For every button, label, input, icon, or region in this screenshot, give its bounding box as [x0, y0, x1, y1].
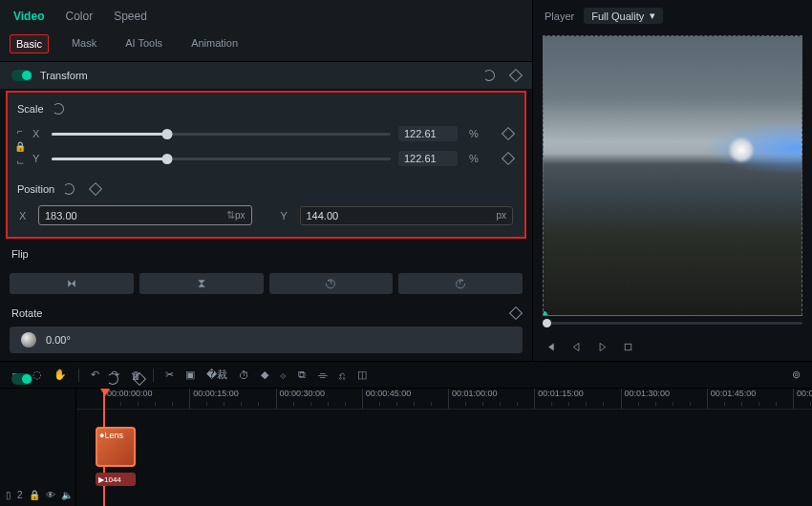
- position-inputs-row: X 183.00 ⇅ px Y 144.00 px: [13, 201, 519, 229]
- scale-y-axis-label: Y: [32, 153, 44, 164]
- lock-track-icon[interactable]: 🔒: [29, 490, 40, 500]
- link-top-icon[interactable]: ⌐: [17, 126, 23, 137]
- layer-icon: ▯: [6, 490, 11, 500]
- timeline-track-headers: ▯ 2 🔒 👁 🔈: [0, 389, 76, 506]
- flip-h-icon: [66, 278, 77, 289]
- ruler-tick: 00:01:00:00: [448, 389, 498, 409]
- track-count: 2: [17, 490, 23, 500]
- position-x-value: 183.00: [45, 210, 226, 221]
- crop-icon[interactable]: ▣: [185, 369, 195, 381]
- clip-lens-label: Lens: [104, 431, 123, 440]
- transform-title: Transform: [40, 70, 88, 81]
- rotate-ccw-button[interactable]: [269, 273, 394, 294]
- inspector-sub-tabs: Basic Mask AI Tools Animation: [0, 27, 532, 62]
- timeline-settings-icon[interactable]: ⊚: [792, 369, 801, 381]
- flip-buttons: [0, 267, 532, 300]
- position-x-unit: px: [235, 210, 246, 221]
- tab-color[interactable]: Color: [65, 10, 93, 23]
- tool-e-icon[interactable]: ◫: [357, 369, 367, 381]
- marker-icon[interactable]: ◆: [261, 369, 268, 381]
- scale-y-value[interactable]: 122.61: [398, 151, 458, 166]
- cut-icon[interactable]: ✂: [165, 369, 174, 381]
- play-back-button[interactable]: [570, 341, 583, 353]
- position-x-input[interactable]: 183.00 ⇅ px: [38, 205, 252, 225]
- clip-1044[interactable]: ▶ 1044: [96, 473, 136, 486]
- tool-c-icon[interactable]: ⌯: [317, 369, 328, 381]
- ruler-tick: 00:00:00:00: [103, 389, 153, 409]
- transform-toggle[interactable]: [11, 70, 32, 81]
- timeline-tracks[interactable]: 00:00:00:0000:00:15:0000:00:30:0000:00:4…: [76, 389, 812, 506]
- flip-vertical-button[interactable]: [139, 273, 264, 294]
- stepper-icon[interactable]: ⇅: [226, 209, 235, 221]
- rotate-keyframe-icon[interactable]: [503, 305, 521, 322]
- transform-keyframe-icon[interactable]: [503, 67, 521, 84]
- scale-header: Scale: [13, 96, 519, 121]
- player-scrubber[interactable]: [543, 322, 802, 331]
- quality-value: Full Quality: [591, 11, 644, 22]
- position-y-axis-label: Y: [281, 210, 292, 221]
- player-header: Player Full Quality ▾: [533, 0, 812, 32]
- scale-x-value[interactable]: 122.61: [398, 126, 458, 141]
- play-button[interactable]: [596, 341, 609, 353]
- clip-lens[interactable]: ● Lens: [96, 427, 136, 467]
- position-y-input[interactable]: 144.00 px: [300, 206, 514, 225]
- position-reset-icon[interactable]: [60, 180, 77, 198]
- tool-d-icon[interactable]: ⎌: [339, 369, 346, 381]
- mute-icon[interactable]: 🔈: [61, 490, 73, 500]
- scale-y-keyframe-icon[interactable]: [496, 150, 513, 167]
- subtab-basic[interactable]: Basic: [10, 34, 49, 53]
- position-y-unit: px: [496, 210, 506, 221]
- rotate-knob[interactable]: [21, 332, 36, 348]
- video-preview[interactable]: [543, 35, 802, 316]
- rotate-control[interactable]: 0.00°: [10, 327, 523, 353]
- trim-icon[interactable]: �裁: [206, 368, 227, 382]
- timeline-ruler[interactable]: 00:00:00:0000:00:15:0000:00:30:0000:00:4…: [76, 389, 812, 410]
- link-bottom-icon[interactable]: ⌙: [16, 157, 24, 167]
- ruler-tick: 00:01:45:00: [707, 389, 757, 409]
- scale-title: Scale: [17, 103, 44, 115]
- rotate-ccw-icon: [325, 278, 336, 289]
- subtab-animation[interactable]: Animation: [185, 34, 244, 53]
- ruler-tick: 00:01:30:00: [621, 389, 671, 409]
- flip-title: Flip: [11, 248, 29, 260]
- ruler-tick: 00:01:15:00: [534, 389, 584, 409]
- flip-header: Flip: [0, 241, 532, 267]
- player-label: Player: [545, 11, 574, 22]
- scale-y-slider[interactable]: [52, 158, 391, 160]
- scale-x-slider[interactable]: [52, 133, 391, 136]
- tool-a-icon[interactable]: ⟐: [280, 369, 287, 381]
- tool-hand-icon[interactable]: ✋: [53, 369, 67, 381]
- position-keyframe-icon[interactable]: [83, 180, 100, 198]
- quality-select[interactable]: Full Quality ▾: [584, 8, 663, 24]
- scale-y-unit: %: [465, 153, 482, 164]
- clip-1044-label: 1044: [104, 475, 121, 484]
- visibility-icon[interactable]: 👁: [46, 490, 55, 500]
- tab-video[interactable]: Video: [13, 10, 44, 23]
- rotate-cw-button[interactable]: [398, 273, 523, 294]
- prev-frame-button[interactable]: [545, 341, 557, 353]
- tool-lasso-icon[interactable]: ◌: [32, 369, 42, 381]
- flip-v-icon: [196, 278, 207, 289]
- preview-handle[interactable]: [543, 311, 547, 316]
- timeline-panel: ▭ ◌ ✋ ↶ ↷ 🗑 ✂ ▣ �裁 ⏱ ◆ ⟐ ⧉ ⌯ ⎌ ◫ ⊚ ▯: [0, 361, 812, 506]
- scale-x-keyframe-icon[interactable]: [496, 125, 513, 142]
- lock-icon[interactable]: 🔒: [14, 141, 26, 152]
- scale-x-row: X 122.61 %: [27, 121, 519, 146]
- scale-x-unit: %: [465, 128, 482, 139]
- transform-reset-icon[interactable]: [481, 67, 498, 84]
- position-y-value: 144.00: [307, 210, 497, 221]
- rotate-cw-icon: [455, 278, 466, 289]
- player-panel: Player Full Quality ▾: [533, 0, 812, 361]
- ruler-tick: 00:00:30:00: [276, 389, 326, 409]
- compositing-toggle[interactable]: [11, 373, 32, 385]
- undo-icon[interactable]: ↶: [91, 369, 99, 381]
- scale-reset-icon[interactable]: [50, 100, 67, 117]
- subtab-mask[interactable]: Mask: [66, 34, 102, 53]
- flip-horizontal-button[interactable]: [10, 273, 134, 294]
- tool-b-icon[interactable]: ⧉: [298, 369, 306, 381]
- tab-speed[interactable]: Speed: [114, 10, 147, 23]
- rotate-title: Rotate: [11, 307, 42, 319]
- stop-button[interactable]: [622, 341, 634, 353]
- subtab-ai-tools[interactable]: AI Tools: [119, 34, 168, 53]
- speed-icon[interactable]: ⏱: [239, 369, 249, 381]
